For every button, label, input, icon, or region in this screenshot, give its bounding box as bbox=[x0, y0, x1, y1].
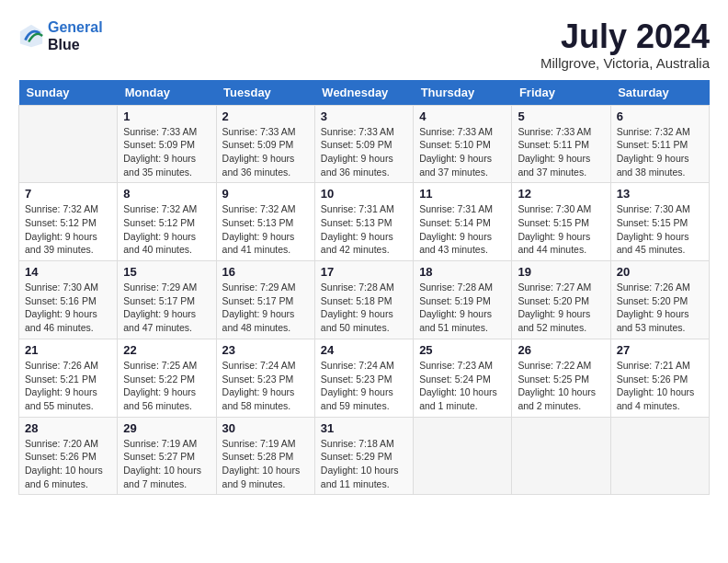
day-info: Sunrise: 7:33 AMSunset: 5:09 PMDaylight:… bbox=[123, 125, 210, 179]
calendar-cell: 17Sunrise: 7:28 AMSunset: 5:18 PMDayligh… bbox=[314, 261, 413, 339]
day-number: 28 bbox=[25, 421, 111, 435]
day-number: 9 bbox=[222, 187, 309, 201]
logo-text: General Blue bbox=[48, 18, 103, 53]
calendar-cell: 19Sunrise: 7:27 AMSunset: 5:20 PMDayligh… bbox=[512, 261, 610, 339]
calendar-cell: 11Sunrise: 7:31 AMSunset: 5:14 PMDayligh… bbox=[414, 183, 512, 261]
calendar-cell: 31Sunrise: 7:18 AMSunset: 5:29 PMDayligh… bbox=[314, 417, 413, 495]
day-number: 11 bbox=[419, 187, 506, 201]
day-info: Sunrise: 7:24 AMSunset: 5:23 PMDaylight:… bbox=[222, 359, 309, 413]
day-info: Sunrise: 7:26 AMSunset: 5:21 PMDaylight:… bbox=[25, 359, 111, 413]
calendar-cell: 7Sunrise: 7:32 AMSunset: 5:12 PMDaylight… bbox=[19, 183, 118, 261]
day-info: Sunrise: 7:21 AMSunset: 5:26 PMDaylight:… bbox=[617, 359, 703, 413]
calendar-cell: 27Sunrise: 7:21 AMSunset: 5:26 PMDayligh… bbox=[610, 339, 709, 417]
day-number: 19 bbox=[518, 265, 604, 279]
calendar-cell: 23Sunrise: 7:24 AMSunset: 5:23 PMDayligh… bbox=[216, 339, 314, 417]
day-info: Sunrise: 7:30 AMSunset: 5:15 PMDaylight:… bbox=[617, 202, 703, 257]
calendar-cell: 20Sunrise: 7:26 AMSunset: 5:20 PMDayligh… bbox=[610, 261, 709, 339]
day-info: Sunrise: 7:28 AMSunset: 5:19 PMDaylight:… bbox=[419, 281, 506, 335]
calendar-cell: 1Sunrise: 7:33 AMSunset: 5:09 PMDaylight… bbox=[118, 105, 216, 183]
calendar-cell: 12Sunrise: 7:30 AMSunset: 5:15 PMDayligh… bbox=[512, 183, 610, 261]
weekday-header-cell: Friday bbox=[512, 80, 610, 106]
day-info: Sunrise: 7:31 AMSunset: 5:14 PMDaylight:… bbox=[419, 202, 506, 257]
day-number: 31 bbox=[321, 421, 407, 435]
calendar-cell: 2Sunrise: 7:33 AMSunset: 5:09 PMDaylight… bbox=[216, 105, 314, 183]
day-info: Sunrise: 7:32 AMSunset: 5:12 PMDaylight:… bbox=[123, 202, 210, 257]
calendar-cell bbox=[512, 417, 610, 495]
calendar-cell: 5Sunrise: 7:33 AMSunset: 5:11 PMDaylight… bbox=[512, 105, 610, 183]
day-number: 18 bbox=[419, 265, 506, 279]
calendar-cell: 25Sunrise: 7:23 AMSunset: 5:24 PMDayligh… bbox=[414, 339, 512, 417]
calendar-week-row: 1Sunrise: 7:33 AMSunset: 5:09 PMDaylight… bbox=[19, 105, 710, 183]
day-number: 27 bbox=[617, 343, 703, 357]
day-info: Sunrise: 7:32 AMSunset: 5:12 PMDaylight:… bbox=[25, 202, 111, 257]
calendar-cell: 9Sunrise: 7:32 AMSunset: 5:13 PMDaylight… bbox=[216, 183, 314, 261]
day-number: 8 bbox=[123, 187, 210, 201]
day-number: 14 bbox=[25, 265, 111, 279]
weekday-header-cell: Monday bbox=[118, 80, 216, 106]
calendar-cell: 13Sunrise: 7:30 AMSunset: 5:15 PMDayligh… bbox=[610, 183, 709, 261]
calendar-cell: 14Sunrise: 7:30 AMSunset: 5:16 PMDayligh… bbox=[19, 261, 118, 339]
day-info: Sunrise: 7:29 AMSunset: 5:17 PMDaylight:… bbox=[222, 281, 309, 335]
day-number: 10 bbox=[321, 187, 407, 201]
calendar-week-row: 28Sunrise: 7:20 AMSunset: 5:26 PMDayligh… bbox=[19, 417, 710, 495]
day-info: Sunrise: 7:23 AMSunset: 5:24 PMDaylight:… bbox=[419, 359, 506, 413]
day-info: Sunrise: 7:29 AMSunset: 5:17 PMDaylight:… bbox=[123, 281, 210, 335]
location: Millgrove, Victoria, Australia bbox=[540, 55, 710, 71]
day-info: Sunrise: 7:27 AMSunset: 5:20 PMDaylight:… bbox=[518, 281, 604, 335]
day-info: Sunrise: 7:25 AMSunset: 5:22 PMDaylight:… bbox=[123, 359, 210, 413]
day-info: Sunrise: 7:33 AMSunset: 5:11 PMDaylight:… bbox=[518, 125, 604, 179]
logo: General Blue bbox=[18, 18, 103, 53]
day-number: 29 bbox=[123, 421, 210, 435]
calendar-cell bbox=[19, 105, 118, 183]
day-info: Sunrise: 7:31 AMSunset: 5:13 PMDaylight:… bbox=[321, 202, 407, 257]
svg-marker-0 bbox=[20, 25, 42, 47]
day-info: Sunrise: 7:24 AMSunset: 5:23 PMDaylight:… bbox=[321, 359, 407, 413]
page-header: General Blue July 2024 Millgrove, Victor… bbox=[18, 18, 710, 71]
day-number: 30 bbox=[222, 421, 309, 435]
day-info: Sunrise: 7:32 AMSunset: 5:11 PMDaylight:… bbox=[617, 125, 703, 179]
calendar-cell: 16Sunrise: 7:29 AMSunset: 5:17 PMDayligh… bbox=[216, 261, 314, 339]
day-number: 13 bbox=[617, 187, 703, 201]
day-number: 6 bbox=[617, 109, 703, 123]
weekday-header-cell: Wednesday bbox=[314, 80, 413, 106]
day-number: 7 bbox=[25, 187, 111, 201]
day-info: Sunrise: 7:33 AMSunset: 5:09 PMDaylight:… bbox=[222, 125, 309, 179]
calendar-week-row: 21Sunrise: 7:26 AMSunset: 5:21 PMDayligh… bbox=[19, 339, 710, 417]
calendar-week-row: 7Sunrise: 7:32 AMSunset: 5:12 PMDaylight… bbox=[19, 183, 710, 261]
day-number: 3 bbox=[321, 109, 407, 123]
calendar-cell: 10Sunrise: 7:31 AMSunset: 5:13 PMDayligh… bbox=[314, 183, 413, 261]
day-number: 12 bbox=[518, 187, 604, 201]
calendar-cell: 30Sunrise: 7:19 AMSunset: 5:28 PMDayligh… bbox=[216, 417, 314, 495]
day-info: Sunrise: 7:19 AMSunset: 5:27 PMDaylight:… bbox=[123, 437, 210, 491]
calendar-cell: 22Sunrise: 7:25 AMSunset: 5:22 PMDayligh… bbox=[118, 339, 216, 417]
day-info: Sunrise: 7:33 AMSunset: 5:09 PMDaylight:… bbox=[321, 125, 407, 179]
day-number: 15 bbox=[123, 265, 210, 279]
day-number: 22 bbox=[123, 343, 210, 357]
day-info: Sunrise: 7:33 AMSunset: 5:10 PMDaylight:… bbox=[419, 125, 506, 179]
day-number: 2 bbox=[222, 109, 309, 123]
day-number: 5 bbox=[518, 109, 604, 123]
day-info: Sunrise: 7:18 AMSunset: 5:29 PMDaylight:… bbox=[321, 437, 407, 491]
calendar-cell: 21Sunrise: 7:26 AMSunset: 5:21 PMDayligh… bbox=[19, 339, 118, 417]
weekday-header-row: SundayMondayTuesdayWednesdayThursdayFrid… bbox=[19, 80, 710, 106]
day-number: 20 bbox=[617, 265, 703, 279]
day-info: Sunrise: 7:32 AMSunset: 5:13 PMDaylight:… bbox=[222, 202, 309, 257]
calendar-cell bbox=[414, 417, 512, 495]
day-number: 17 bbox=[321, 265, 407, 279]
logo-line1: General bbox=[48, 19, 103, 35]
calendar-body: 1Sunrise: 7:33 AMSunset: 5:09 PMDaylight… bbox=[19, 105, 710, 495]
logo-icon bbox=[18, 23, 44, 49]
weekday-header-cell: Thursday bbox=[414, 80, 512, 106]
day-number: 26 bbox=[518, 343, 604, 357]
calendar-cell: 8Sunrise: 7:32 AMSunset: 5:12 PMDaylight… bbox=[118, 183, 216, 261]
weekday-header-cell: Tuesday bbox=[216, 80, 314, 106]
day-info: Sunrise: 7:20 AMSunset: 5:26 PMDaylight:… bbox=[25, 437, 111, 491]
day-info: Sunrise: 7:19 AMSunset: 5:28 PMDaylight:… bbox=[222, 437, 309, 491]
calendar-cell: 6Sunrise: 7:32 AMSunset: 5:11 PMDaylight… bbox=[610, 105, 709, 183]
day-number: 23 bbox=[222, 343, 309, 357]
logo-line2: Blue bbox=[48, 36, 103, 53]
month-title: July 2024 bbox=[540, 18, 710, 55]
calendar-cell: 18Sunrise: 7:28 AMSunset: 5:19 PMDayligh… bbox=[414, 261, 512, 339]
day-number: 1 bbox=[123, 109, 210, 123]
weekday-header-cell: Saturday bbox=[610, 80, 709, 106]
